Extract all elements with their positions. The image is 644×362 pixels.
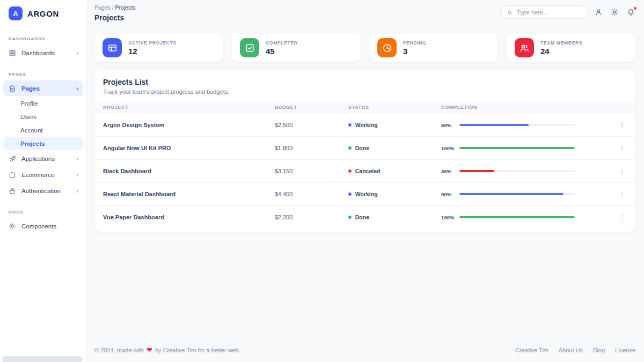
table-row: Vue Paper Dashboard $2,200 Done 100% ⋮: [94, 206, 635, 229]
project-budget: $4,400: [275, 183, 348, 206]
project-completion: 100%: [441, 206, 609, 229]
footer-links: Creative Tim About Us Blog License: [515, 347, 635, 353]
search-icon: [507, 9, 513, 16]
brand[interactable]: A ARGON: [0, 0, 86, 26]
sidebar-subitem-users[interactable]: Users: [3, 110, 83, 123]
user-icon[interactable]: [595, 8, 603, 17]
chevron-right-icon: ›: [76, 50, 78, 56]
subitem-label: Account: [20, 127, 43, 134]
kebab-menu-icon[interactable]: ⋮: [616, 215, 628, 221]
status-label: Done: [355, 214, 369, 220]
sidebar-item-ecommerce[interactable]: Ecommerce ›: [3, 167, 83, 182]
sidebar-item-authentication[interactable]: Authentication ›: [3, 183, 83, 198]
footer-link-about-us[interactable]: About Us: [559, 347, 583, 353]
status-dot: [348, 146, 352, 150]
project-budget: $2,500: [275, 114, 348, 137]
footer-link-creative-tim[interactable]: Creative Tim: [515, 347, 548, 353]
sidebar-subitem-profile[interactable]: Profile: [3, 97, 83, 110]
notification-bell-icon[interactable]: [627, 8, 635, 17]
page-title: Projects: [94, 13, 135, 22]
project-status: Done: [348, 206, 441, 229]
section-label-pages: PAGES: [0, 61, 86, 80]
kebab-menu-icon[interactable]: ⋮: [616, 145, 628, 152]
progress-fill: [459, 124, 529, 126]
sidebar-item-pages[interactable]: Pages ›: [3, 80, 83, 96]
progress-track: [459, 147, 575, 149]
topbar: Pages / Projects Projects: [94, 4, 635, 22]
kebab-menu-icon[interactable]: ⋮: [616, 168, 628, 175]
topbar-right: [501, 5, 635, 19]
stat-label: PENDING: [403, 40, 427, 46]
search-input[interactable]: [517, 9, 582, 16]
card-head: Projects List Track your team's project …: [94, 70, 635, 101]
section-label-docs: DOCS: [0, 199, 86, 218]
brand-letter: A: [13, 10, 18, 18]
project-name: Vue Paper Dashboard: [94, 206, 275, 229]
sidebar-item-label: Authentication: [21, 188, 61, 194]
status-label: Done: [355, 145, 369, 151]
completion-percent: 90%: [441, 191, 455, 197]
project-name: React Material Dashboard: [94, 183, 275, 206]
subitem-label: Projects: [20, 141, 45, 147]
sidebar-subitem-projects[interactable]: Projects: [3, 137, 83, 150]
copyright-prefix: © 2024, made with: [94, 347, 144, 353]
completion-percent: 100%: [441, 145, 455, 151]
projects-list-card: Projects List Track your team's project …: [94, 70, 635, 232]
breadcrumb-separator: /: [112, 4, 114, 11]
rocket-icon: [9, 155, 16, 162]
clock-icon: [377, 38, 397, 57]
project-name: Angular Now UI Kit PRO: [94, 137, 275, 160]
heart-icon: ❤: [147, 346, 152, 354]
sidebar-subitem-account[interactable]: Account: [3, 123, 83, 137]
app-root: A ARGON DASHBOARDS Dashboards › PAGES Pa…: [0, 0, 644, 362]
sidebar-item-components[interactable]: Components: [3, 218, 83, 234]
topbar-left: Pages / Projects Projects: [94, 4, 135, 22]
project-completion: 90%: [441, 183, 609, 206]
stat-card-pending: PENDING 3: [369, 34, 498, 62]
chevron-right-icon: ›: [76, 188, 78, 194]
stat-text: TEAM MEMBERS 24: [540, 40, 582, 56]
sidebar-item-applications[interactable]: Applications ›: [3, 151, 83, 166]
table-header-row: PROJECT BUDGET STATUS COMPLETION: [94, 101, 635, 114]
status-dot: [348, 123, 352, 127]
sidebar-item-dashboards[interactable]: Dashboards ›: [3, 45, 83, 61]
stat-text: ACTIVE PROJECTS 12: [128, 40, 177, 56]
progress-track: [459, 124, 575, 126]
search-box: [501, 5, 587, 19]
column-header-completion: COMPLETION: [441, 101, 609, 114]
project-status: Working: [348, 114, 441, 137]
row-actions: ⋮: [609, 137, 635, 160]
completion-percent: 100%: [441, 215, 455, 220]
main-content: Pages / Projects Projects: [86, 0, 644, 362]
subitem-label: Users: [20, 114, 36, 120]
status-label: Canceled: [355, 168, 380, 174]
kebab-menu-icon[interactable]: ⋮: [616, 191, 628, 198]
footer-link-blog[interactable]: Blog: [593, 347, 605, 353]
brand-logo-icon: A: [9, 6, 23, 20]
stat-text: COMPLETED 45: [266, 40, 298, 56]
project-status: Done: [348, 137, 441, 160]
stat-text: PENDING 3: [403, 40, 427, 56]
sidebar-item-label: Pages: [21, 85, 40, 92]
project-status: Canceled: [348, 160, 441, 183]
kebab-menu-icon[interactable]: ⋮: [616, 122, 628, 129]
horizontal-scrollbar-thumb[interactable]: [2, 356, 83, 362]
progress-track: [459, 170, 575, 172]
stat-card-team-members: TEAM MEMBERS 24: [507, 34, 635, 62]
project-name: Black Dashboard: [94, 160, 275, 183]
projects-table: PROJECT BUDGET STATUS COMPLETION Argon D…: [94, 101, 635, 228]
project-budget: $3,150: [275, 160, 348, 183]
project-completion: 30%: [441, 160, 609, 183]
column-header-status: STATUS: [348, 101, 441, 114]
stat-label: TEAM MEMBERS: [540, 40, 582, 46]
chevron-right-icon: ›: [76, 172, 78, 178]
notification-dot: [634, 7, 636, 10]
completion-percent: 30%: [441, 168, 455, 174]
status-label: Working: [355, 122, 378, 128]
grid-icon: [9, 49, 16, 57]
table-row: React Material Dashboard $4,400 Working …: [94, 183, 635, 206]
footer-link-license[interactable]: License: [615, 347, 635, 353]
breadcrumb-root[interactable]: Pages: [94, 4, 111, 11]
copyright-suffix: by Creative Tim for a better web.: [155, 347, 240, 353]
settings-gear-icon[interactable]: [611, 8, 619, 17]
